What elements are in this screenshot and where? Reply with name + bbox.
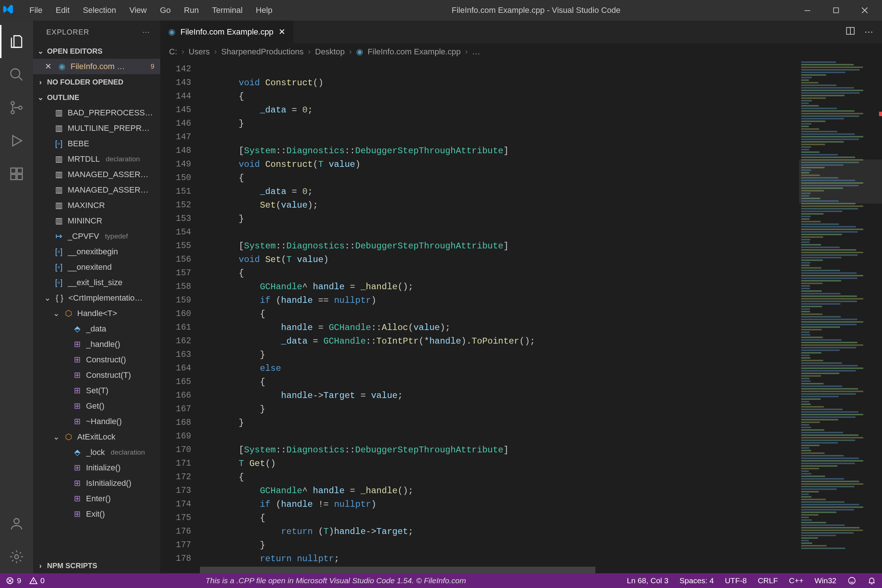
chevron-down-icon: ⌄: [53, 309, 60, 318]
outline-item[interactable]: [◦]BEBE: [33, 136, 160, 152]
svg-rect-6: [10, 168, 16, 173]
close-icon[interactable]: ✕: [279, 27, 285, 37]
outline-member[interactable]: ⊞IsInitialized(): [33, 476, 160, 491]
chevron-down-icon: ⌄: [36, 93, 45, 102]
svg-rect-8: [10, 175, 16, 180]
sidebar: EXPLORER ⋯ ⌄ OPEN EDITORS ✕ ◉ FileInfo.c…: [33, 21, 160, 573]
symbol-struct-icon: ▥: [54, 185, 64, 195]
status-bell-icon[interactable]: [867, 576, 876, 585]
outline-member[interactable]: ⊞Exit(): [33, 506, 160, 522]
activity-accounts[interactable]: [0, 507, 33, 540]
menu-help[interactable]: Help: [249, 3, 279, 18]
outline-item[interactable]: ▥MRTDLLdeclaration: [33, 152, 160, 167]
menu-bar: File Edit Selection View Go Run Terminal…: [23, 3, 279, 18]
outline-class[interactable]: ⌄⬡AtExitLock: [33, 429, 160, 445]
sidebar-title: EXPLORER: [46, 28, 89, 36]
svg-rect-9: [17, 175, 22, 180]
outline-item[interactable]: [◦]__onexitend: [33, 260, 160, 275]
menu-run[interactable]: Run: [177, 3, 206, 18]
outline-item[interactable]: ▥MANAGED_ASSER…: [33, 167, 160, 182]
maximize-button[interactable]: [822, 0, 850, 21]
main: EXPLORER ⋯ ⌄ OPEN EDITORS ✕ ◉ FileInfo.c…: [0, 21, 882, 573]
status-eol[interactable]: CRLF: [758, 576, 778, 585]
outline-namespace[interactable]: ⌄{ }<CrtImplementatio…: [33, 290, 160, 306]
activity-settings[interactable]: [0, 540, 33, 573]
breadcrumb-part[interactable]: Desktop: [315, 47, 345, 57]
menu-go[interactable]: Go: [153, 3, 177, 18]
symbol-var-icon: [◦]: [54, 139, 64, 148]
activity-scm[interactable]: [0, 91, 33, 124]
horizontal-scrollbar[interactable]: [200, 567, 596, 573]
editor-tab[interactable]: ◉ FileInfo.com Example.cpp ✕: [160, 21, 294, 44]
tab-actions: ⋯: [845, 21, 882, 44]
outline-member[interactable]: ⊞_handle(): [33, 337, 160, 352]
outline-member[interactable]: ⊞Set(T): [33, 383, 160, 398]
activity-debug[interactable]: [0, 124, 33, 157]
outline-tree: ▥BAD_PREPROCESS… ▥MULTILINE_PREPR… [◦]BE…: [33, 105, 160, 558]
section-outline[interactable]: ⌄ OUTLINE: [33, 90, 160, 105]
outline-member[interactable]: ⊞Initialize(): [33, 460, 160, 476]
section-npm-scripts[interactable]: › NPM SCRIPTS: [33, 558, 160, 573]
outline-member[interactable]: ⊞Enter(): [33, 491, 160, 506]
outline-item[interactable]: ▥MULTILINE_PREPR…: [33, 120, 160, 136]
minimize-button[interactable]: [793, 0, 822, 21]
open-editor-item[interactable]: ✕ ◉ FileInfo.com … 9: [33, 59, 160, 74]
activity-explorer[interactable]: [0, 25, 33, 58]
outline-item[interactable]: ▥MAXINCR: [33, 198, 160, 213]
outline-member[interactable]: ⊞Construct(T): [33, 368, 160, 383]
svg-point-10: [14, 519, 19, 524]
symbol-method-icon: ⊞: [72, 370, 82, 380]
tabs-bar: ◉ FileInfo.com Example.cpp ✕ ⋯: [160, 21, 882, 44]
more-icon[interactable]: ⋯: [864, 27, 873, 37]
breadcrumb-part[interactable]: Users: [189, 47, 210, 57]
svg-point-4: [11, 111, 14, 114]
outline-class[interactable]: ⌄⬡Handle<T>: [33, 306, 160, 321]
menu-view[interactable]: View: [123, 3, 153, 18]
breadcrumb-file[interactable]: FileInfo.com Example.cpp: [368, 47, 460, 57]
code-editor[interactable]: void Construct() { _data = 0; } [System:…: [200, 60, 799, 573]
breadcrumb[interactable]: C:› Users› SharpenedProductions› Desktop…: [160, 44, 882, 60]
svg-rect-1: [834, 8, 838, 13]
line-gutter: 142 143 144 145 146 147 148 149 150 151 …: [160, 60, 200, 573]
menu-terminal[interactable]: Terminal: [206, 3, 249, 18]
outline-item[interactable]: ▥BAD_PREPROCESS…: [33, 105, 160, 120]
close-button[interactable]: [850, 0, 879, 21]
breadcrumb-part[interactable]: SharpenedProductions: [221, 47, 303, 57]
outline-item[interactable]: ▥MININCR: [33, 213, 160, 229]
status-encoding[interactable]: UTF-8: [725, 576, 747, 585]
status-errors[interactable]: 9: [6, 576, 21, 585]
tab-label: FileInfo.com Example.cpp: [180, 27, 273, 37]
symbol-struct-icon: ▥: [54, 216, 64, 226]
section-open-editors[interactable]: ⌄ OPEN EDITORS: [33, 44, 160, 59]
minimap-viewport[interactable]: [799, 159, 882, 204]
outline-item[interactable]: ↦_CPVFVtypedef: [33, 229, 160, 244]
activity-extensions[interactable]: [0, 157, 33, 190]
section-no-folder[interactable]: › NO FOLDER OPENED: [33, 74, 160, 90]
menu-file[interactable]: File: [23, 3, 49, 18]
outline-member[interactable]: ⊞Construct(): [33, 352, 160, 368]
activity-search[interactable]: [0, 58, 33, 91]
cpp-file-icon: ◉: [57, 62, 67, 71]
status-indent[interactable]: Spaces: 4: [680, 576, 714, 585]
close-icon[interactable]: ✕: [45, 62, 51, 71]
symbol-class-icon: ⬡: [63, 309, 74, 318]
status-feedback-icon[interactable]: [848, 576, 856, 585]
status-language[interactable]: C++: [789, 576, 804, 585]
status-os[interactable]: Win32: [814, 576, 836, 585]
outline-item[interactable]: ▥MANAGED_ASSER…: [33, 182, 160, 198]
breadcrumb-part[interactable]: C:: [169, 47, 177, 57]
split-editor-icon[interactable]: [845, 26, 855, 38]
status-cursor[interactable]: Ln 68, Col 3: [627, 576, 669, 585]
minimap[interactable]: [799, 60, 882, 573]
breadcrumb-tail[interactable]: …: [472, 47, 480, 57]
menu-selection[interactable]: Selection: [76, 3, 123, 18]
status-warnings[interactable]: 0: [29, 576, 45, 585]
outline-member[interactable]: ⬘_data: [33, 321, 160, 337]
outline-item[interactable]: [◦]__onexitbegin: [33, 244, 160, 260]
outline-member[interactable]: ⬘_lockdeclaration: [33, 445, 160, 460]
outline-item[interactable]: [◦]__exit_list_size: [33, 275, 160, 290]
outline-member[interactable]: ⊞~Handle(): [33, 414, 160, 429]
outline-member[interactable]: ⊞Get(): [33, 398, 160, 414]
menu-edit[interactable]: Edit: [49, 3, 76, 18]
more-icon[interactable]: ⋯: [142, 28, 150, 36]
